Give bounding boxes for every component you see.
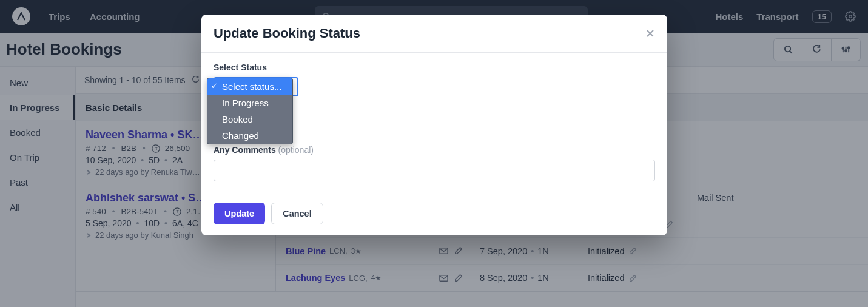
cancel-button[interactable]: Cancel — [271, 203, 323, 224]
comments-input[interactable] — [214, 160, 655, 181]
comments-label-text: Any Comments — [214, 145, 276, 155]
status-option[interactable]: Booked — [207, 111, 292, 127]
status-option[interactable]: Changed — [207, 127, 292, 144]
modal-header: Update Booking Status — [201, 15, 667, 53]
modal-title: Update Booking Status — [214, 25, 360, 41]
select-status-label: Select Status — [214, 62, 655, 72]
update-button[interactable]: Update — [214, 203, 265, 224]
comments-optional: (optional) — [278, 145, 314, 155]
update-status-modal: Update Booking Status Select Status Sele… — [201, 15, 667, 235]
modal-footer: Update Cancel — [201, 194, 667, 235]
status-option[interactable]: In Progress — [207, 95, 292, 111]
status-dropdown: Select status...In ProgressBookedChanged — [207, 78, 293, 144]
comments-label: Any Comments (optional) — [214, 145, 655, 155]
status-option[interactable]: Select status... — [207, 78, 292, 95]
modal-close-button[interactable] — [645, 29, 655, 38]
modal-body: Select Status Select status...In Progres… — [201, 53, 667, 194]
status-select[interactable]: Select status...In ProgressBookedChanged — [214, 77, 298, 96]
